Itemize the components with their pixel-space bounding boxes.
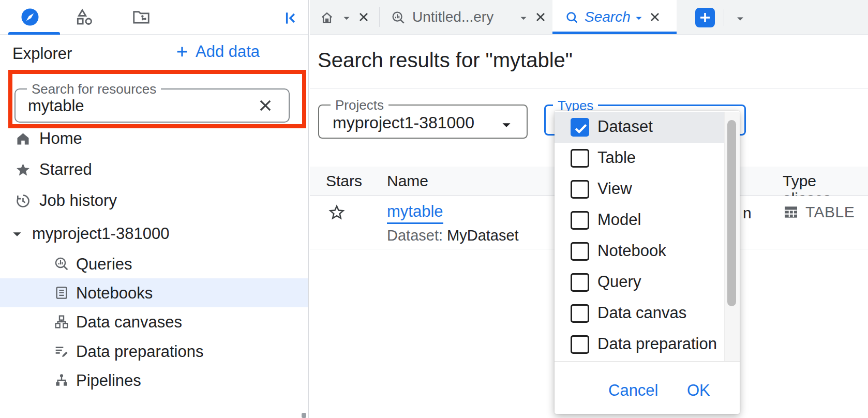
projects-filter-select[interactable]: Projects myproject1-381000: [318, 104, 528, 139]
dropdown-scrollbar-thumb[interactable]: [727, 120, 736, 306]
panel-tab-bar: [0, 0, 308, 35]
cancel-button[interactable]: Cancel: [608, 381, 659, 400]
checkbox-unchecked-icon[interactable]: [571, 242, 589, 261]
search-input[interactable]: mytable: [28, 97, 84, 115]
star-toggle-button[interactable]: [327, 202, 348, 223]
projects-filter-value: myproject1-381000: [333, 113, 474, 132]
sidebar-item-notebooks[interactable]: Notebooks: [0, 278, 308, 307]
column-header-name: Name: [387, 172, 428, 190]
tab-label: Untitled...ery: [412, 9, 493, 25]
collapse-left-icon: [281, 9, 302, 27]
close-tab-button[interactable]: [648, 9, 664, 25]
option-notebook[interactable]: Notebook: [555, 236, 724, 267]
explorer-header: Explorer Add data: [0, 43, 308, 66]
active-tab-underline: [8, 32, 60, 35]
project-tree-header[interactable]: myproject1-381000: [0, 221, 308, 246]
panel-tab-shapes[interactable]: [66, 0, 102, 34]
checkbox-unchecked-icon[interactable]: [571, 273, 589, 292]
resource-search-field[interactable]: Search for resources mytable: [14, 88, 290, 123]
add-data-button[interactable]: Add data: [174, 42, 260, 61]
notebook-icon: [53, 285, 70, 301]
panel-tab-explorer[interactable]: [4, 0, 56, 34]
close-tab-button[interactable]: [533, 9, 550, 25]
shapes-icon: [74, 7, 94, 27]
sidebar-scrollbar-thumb[interactable]: [302, 413, 306, 418]
query-icon: [391, 10, 406, 25]
editor-tab-bar: Untitled...ery Search: [310, 0, 868, 35]
dropdown-arrow-icon: [500, 118, 513, 132]
tab-overflow-button[interactable]: [734, 12, 746, 25]
tab-search-active[interactable]: Search: [552, 0, 677, 34]
search-icon: [565, 10, 579, 25]
sidebar-item-data-preparations[interactable]: Data preparations: [0, 337, 308, 366]
clear-search-button[interactable]: [257, 96, 275, 115]
home-outline-icon: [319, 10, 335, 25]
sidebar-item-job-history[interactable]: Job history: [0, 188, 308, 213]
checkbox-unchecked-icon[interactable]: [571, 180, 589, 199]
close-tab-button[interactable]: [356, 9, 373, 25]
plus-icon: [695, 8, 715, 27]
result-dataset-name: MyDataset: [447, 227, 519, 244]
section-divider: [310, 88, 868, 89]
checkbox-unchecked-icon[interactable]: [571, 304, 589, 323]
option-data-canvas[interactable]: Data canvas: [555, 298, 724, 329]
home-icon: [14, 130, 32, 147]
option-table[interactable]: Table: [555, 143, 724, 174]
chevron-down-icon[interactable]: [10, 228, 24, 241]
chevron-down-icon[interactable]: [633, 12, 645, 24]
dropdown-footer: Cancel OK: [555, 361, 740, 414]
sidebar-item-starred[interactable]: Starred: [0, 157, 308, 182]
dropdown-scrollbar-track[interactable]: [724, 112, 740, 361]
pipeline-icon: [53, 372, 70, 389]
explorer-panel: Explorer Add data Search for resources m…: [0, 0, 309, 418]
result-name-link[interactable]: mytable: [387, 202, 443, 224]
checkbox-unchecked-icon[interactable]: [571, 211, 589, 230]
folder-pipeline-icon: [131, 7, 151, 27]
explorer-title: Explorer: [12, 44, 72, 63]
panel-tab-repository[interactable]: [123, 0, 159, 34]
tab-separator: [379, 7, 380, 27]
result-subtitle: Dataset: MyDataset: [387, 227, 519, 244]
sidebar-item-home[interactable]: Home: [0, 126, 308, 151]
new-tab-button[interactable]: [695, 8, 715, 27]
option-view[interactable]: View: [555, 174, 724, 205]
star-icon: [14, 161, 32, 178]
data-canvas-icon: [53, 314, 70, 330]
ok-button[interactable]: OK: [687, 381, 710, 400]
close-icon: [257, 97, 275, 114]
tab-label: Search: [585, 9, 631, 25]
sidebar-item-queries[interactable]: Queries: [0, 249, 308, 278]
tab-home[interactable]: [311, 0, 380, 34]
column-header-stars: Stars: [326, 172, 362, 190]
toolbar-divider: [724, 9, 724, 26]
projects-filter-label: Projects: [331, 97, 388, 113]
result-type-alias: TABLE: [783, 203, 855, 221]
search-field-label: Search for resources: [27, 81, 161, 97]
chevron-down-icon[interactable]: [341, 12, 352, 24]
project-name: myproject1-381000: [32, 225, 169, 243]
tab-untitled-query[interactable]: Untitled...ery: [380, 0, 552, 34]
table-grid-icon: [783, 204, 799, 220]
truncated-cell-text: n: [743, 204, 752, 222]
chevron-down-icon[interactable]: [518, 12, 529, 24]
option-dataset[interactable]: Dataset: [555, 112, 724, 143]
checkbox-unchecked-icon[interactable]: [571, 335, 589, 354]
bigquery-console: Explorer Add data Search for resources m…: [0, 0, 868, 418]
option-data-preparation[interactable]: Data preparation: [555, 329, 724, 360]
sidebar-item-data-canvases[interactable]: Data canvases: [0, 307, 308, 336]
checkbox-checked-icon[interactable]: [571, 118, 589, 137]
checkbox-unchecked-icon[interactable]: [571, 149, 589, 168]
types-dropdown-menu: Dataset Table View Model Notebook Query: [555, 111, 740, 414]
option-model[interactable]: Model: [555, 205, 724, 236]
page-title: Search results for "mytable": [318, 49, 573, 72]
star-outline-icon: [327, 203, 348, 222]
chevron-down-icon: [734, 12, 746, 25]
sidebar-item-pipelines[interactable]: Pipelines: [0, 366, 308, 395]
compass-icon: [21, 8, 39, 26]
option-query[interactable]: Query: [555, 267, 724, 298]
data-prep-icon: [53, 343, 70, 360]
collapse-panel-button[interactable]: [281, 9, 302, 27]
history-icon: [14, 192, 32, 210]
types-option-list: Dataset Table View Model Notebook Query: [555, 111, 724, 361]
plus-icon: [174, 43, 190, 60]
